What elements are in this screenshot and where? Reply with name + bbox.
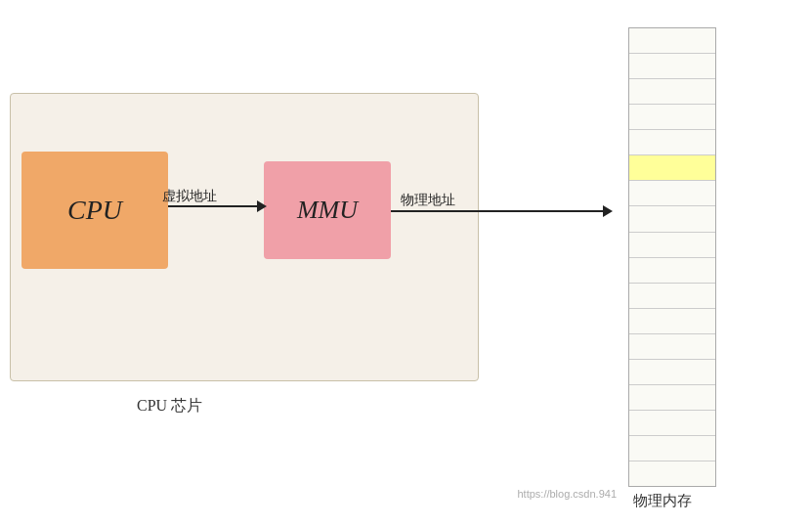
memory-row (629, 284, 715, 309)
cpu-box: CPU (21, 152, 168, 269)
memory-row (629, 79, 715, 105)
memory-row (629, 436, 715, 461)
memory-row (629, 28, 715, 54)
cpu-chip-label: CPU 芯片 (137, 396, 202, 417)
cpu-label: CPU (67, 195, 122, 226)
physical-memory-label: 物理内存 (633, 492, 692, 510)
mmu-box: MMU (264, 161, 391, 259)
memory-row (629, 105, 715, 130)
memory-row (629, 360, 715, 385)
memory-row (629, 411, 715, 436)
memory-row (629, 155, 715, 181)
memory-row (629, 233, 715, 258)
memory-row (629, 385, 715, 411)
memory-row (629, 334, 715, 360)
memory-row (629, 130, 715, 155)
main-container: CPU MMU 虚拟地址 物理地址 CPU 芯片 物理内存 https://bl… (0, 0, 812, 527)
memory-row (629, 181, 715, 206)
mmu-label: MMU (297, 196, 358, 225)
physical-address-label: 物理地址 (401, 192, 455, 209)
watermark: https://blog.csdn.941 (517, 488, 617, 500)
physical-memory (628, 27, 716, 487)
memory-row (629, 258, 715, 284)
memory-row (629, 206, 715, 232)
memory-row (629, 309, 715, 334)
memory-row (629, 461, 715, 486)
physical-address-arrow-line (391, 210, 606, 212)
physical-address-arrow-head (603, 205, 613, 217)
virtual-address-arrow-head (257, 200, 267, 212)
memory-row (629, 54, 715, 79)
virtual-address-arrow-line (168, 205, 261, 207)
virtual-address-label: 虚拟地址 (162, 188, 217, 205)
